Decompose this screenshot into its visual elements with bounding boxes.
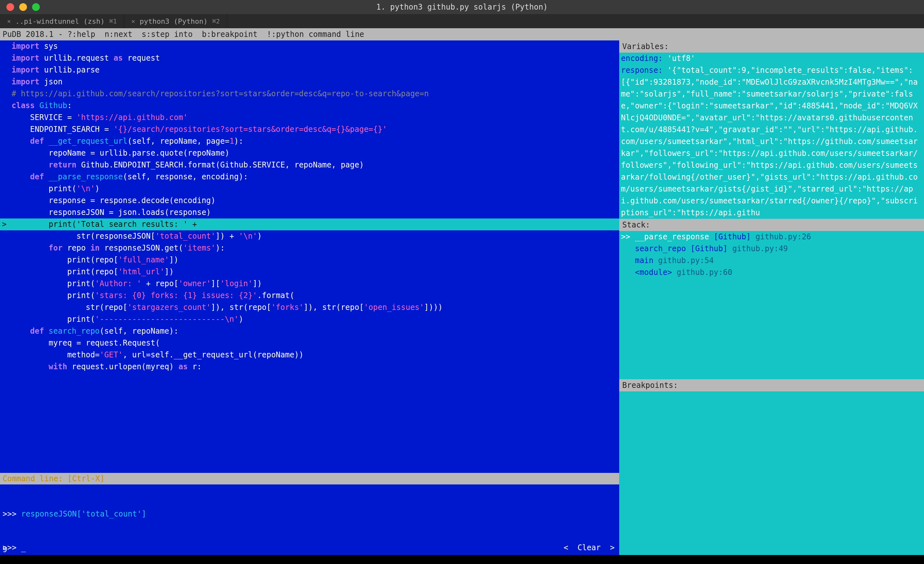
source-line[interactable]: def search_repo(self, repoName): [0,325,619,337]
window-minimize-icon[interactable] [19,3,27,11]
source-line[interactable]: import sys [0,40,619,52]
stack-header: Stack: [619,219,924,231]
app-window: 1. python3 github.py solarjs (Python) × … [0,0,924,564]
command-line-panel[interactable]: >>> responseJSON['total_count'] 9 >>> _ … [0,484,619,555]
close-icon[interactable]: × [7,17,11,25]
source-line[interactable]: SERVICE = 'https://api.github.com' [0,112,619,123]
breakpoints-panel[interactable]: Breakpoints: [619,379,924,555]
terminal-tab-1[interactable]: × ..pi-windtunnel (zsh) ⌘1 [0,14,124,28]
source-line[interactable]: print(repo['full_name']) [0,254,619,266]
repl-prompt: >>> [3,510,21,519]
source-line[interactable]: import urllib.parse [0,64,619,76]
source-line[interactable]: with request.urlopen(myreq) as r: [0,361,619,373]
left-column: import sysimport urllib.request as reque… [0,40,619,555]
source-line[interactable]: method='GET', url=self.__get_request_url… [0,349,619,361]
source-line[interactable]: response = response.decode(encoding) [0,195,619,207]
variable-row[interactable]: response: '{"total_count":9,"incomplete_… [621,64,922,219]
source-line[interactable]: print('Author: ' + repo['owner']['login'… [0,278,619,290]
source-line[interactable]: import urllib.request as request [0,52,619,64]
variables-header: Variables: [619,40,924,52]
stack-panel[interactable]: Stack: >> __parse_response [Github] gith… [619,219,924,379]
repl-prompt-bottom[interactable]: >>> _ [3,542,26,554]
source-line[interactable]: myreq = request.Request( [0,337,619,349]
variable-row[interactable]: encoding: 'utf8' [621,52,922,64]
stack-frame[interactable]: main github.py:54 [621,255,922,267]
titlebar: 1. python3 github.py solarjs (Python) [0,0,924,14]
pudb-help-bar: PuDB 2018.1 - ?:help n:next s:step into … [0,28,924,40]
source-line[interactable]: print('\n') [0,183,619,195]
tab-shortcut: ⌘1 [109,17,117,25]
close-icon[interactable]: × [131,17,135,25]
source-line[interactable]: responseJSON = json.loads(response) [0,207,619,219]
command-line-header: Command line: [Ctrl-X] [0,473,619,484]
source-line[interactable]: import json [0,76,619,88]
repl-clear-button[interactable]: < Clear > [564,542,615,554]
pudb-main: import sysimport urllib.request as reque… [0,40,924,555]
stack-frame[interactable]: <module> github.py:60 [621,267,922,279]
variables-panel[interactable]: Variables: encoding: 'utf8'response: '{"… [619,40,924,219]
source-line[interactable]: ENDPOINT_SEARCH = '{}/search/repositorie… [0,123,619,135]
source-line[interactable]: str(repo['stargazers_count']), str(repo[… [0,302,619,314]
window-close-icon[interactable] [6,3,14,11]
source-line[interactable]: str(responseJSON['total_count']) + '\n') [0,230,619,242]
source-panel[interactable]: import sysimport urllib.request as reque… [0,40,619,473]
source-line[interactable]: > print('Total search results: ' + [0,219,619,230]
stack-frame[interactable]: search_repo [Github] github.py:49 [621,243,922,255]
source-line[interactable]: repoName = urllib.parse.quote(repoName) [0,147,619,159]
right-column: Variables: encoding: 'utf8'response: '{"… [619,40,924,555]
source-line[interactable]: def __get_request_url(self, repoName, pa… [0,135,619,147]
tab-label: ..pi-windtunnel (zsh) [15,17,105,26]
traffic-lights [0,3,40,11]
breakpoints-header: Breakpoints: [619,379,924,392]
source-line[interactable]: def __parse_response(self, response, enc… [0,171,619,183]
tab-shortcut: ⌘2 [212,17,220,25]
window-zoom-icon[interactable] [32,3,40,11]
tab-label: python3 (Python) [140,17,208,26]
source-line[interactable]: print('stars: {0} forks: {1} issues: {2}… [0,290,619,302]
window-title: 1. python3 github.py solarjs (Python) [376,3,548,12]
source-line[interactable]: # https://api.github.com/search/reposito… [0,88,619,100]
repl-input[interactable]: responseJSON['total_count'] [21,510,146,519]
source-line[interactable]: print('---------------------------\n') [0,314,619,325]
terminal-tab-2[interactable]: × python3 (Python) ⌘2 [124,14,227,28]
source-line[interactable]: return Github.ENDPOINT_SEARCH.format(Git… [0,159,619,171]
source-line[interactable]: print(repo['html_url']) [0,266,619,278]
stack-frame[interactable]: >> __parse_response [Github] github.py:2… [621,231,922,243]
source-line[interactable]: for repo in responseJSON.get('items'): [0,242,619,254]
source-line[interactable]: class Github: [0,100,619,112]
terminal-tab-bar: × ..pi-windtunnel (zsh) ⌘1 × python3 (Py… [0,14,924,28]
